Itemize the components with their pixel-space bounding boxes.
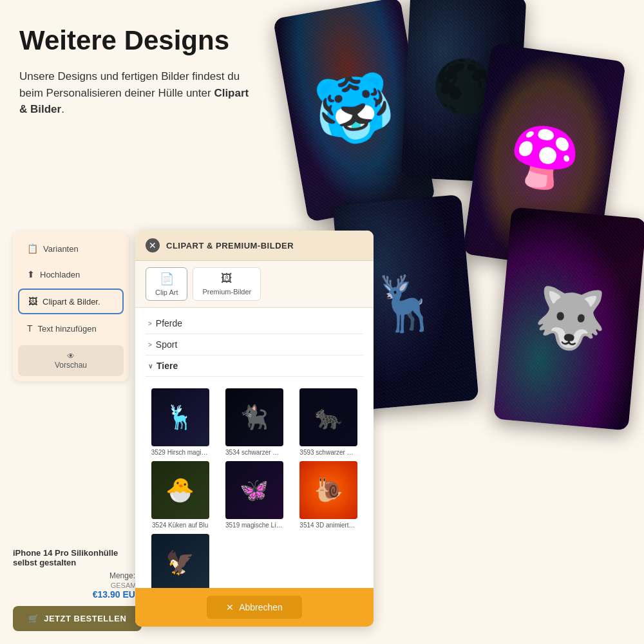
tiger-emoji: 🐯	[308, 65, 401, 154]
product-info: iPhone 14 Pro Silikonhülle selbst gestal…	[13, 548, 142, 631]
chevron-right-icon: >	[148, 320, 152, 327]
description-text-1: Unsere Designs und fertigen Bilder finde…	[19, 70, 240, 99]
thumb-snail	[299, 461, 357, 519]
grid-item-snail[interactable]: 3514 3D animierte Sc	[294, 461, 363, 529]
clipart-tab-icon: 📄	[160, 272, 174, 286]
product-title: iPhone 14 Pro Silikonhülle selbst gestal…	[13, 548, 142, 567]
chevron-down-icon: ∨	[148, 363, 153, 370]
order-button[interactable]: 🛒 JETZT BESTELLEN	[13, 606, 142, 631]
grid-item-panther2[interactable]: 3593 schwarzer Panth	[294, 388, 363, 456]
grid-item-chick[interactable]: 3524 Küken auf Blu	[146, 461, 214, 529]
preview-button[interactable]: 👁 Vorschau	[18, 345, 124, 376]
clipboard-icon: 📋	[27, 243, 38, 254]
wolf-emoji: 🐺	[531, 282, 609, 355]
thumb-bird	[151, 534, 209, 588]
grid-item-dragonfly[interactable]: 3519 magische Libel	[220, 461, 289, 529]
grid-item-bird[interactable]	[146, 534, 214, 588]
sidebar-btn-varianten[interactable]: 📋 Varianten	[18, 237, 124, 260]
chick-image-label: 3524 Küken auf Blu	[152, 522, 208, 529]
panther1-image-label: 3534 schwarzer Panth	[225, 449, 283, 456]
modal-footer: ✕ Abbrechen	[135, 588, 374, 627]
panther2-image-label: 3593 schwarzer Panth	[299, 449, 357, 456]
thumb-chick	[151, 461, 209, 519]
description-text-2: .	[61, 103, 64, 115]
varianten-label: Varianten	[43, 244, 79, 254]
modal-close-button[interactable]: ✕	[146, 238, 160, 252]
order-label: JETZT BESTELLEN	[44, 614, 126, 623]
hochladen-label: Hochladen	[40, 270, 80, 279]
category-pferde[interactable]: > Pferde	[146, 313, 363, 334]
premium-tab-label: Premium-Bilder	[202, 288, 251, 296]
category-tiere-label: Tiere	[156, 361, 178, 371]
modal-title: CLIPART & PREMIUM-BILDER	[166, 241, 294, 251]
modal-header: ✕ CLIPART & PREMIUM-BILDER	[135, 231, 374, 261]
grid-item-deer[interactable]: 3529 Hirsch magisch	[146, 388, 214, 456]
preview-label: Vorschau	[55, 361, 87, 370]
menge-row: Menge: 1	[13, 571, 142, 580]
chevron-right-sport-icon: >	[148, 341, 152, 348]
grid-item-panther1[interactable]: 3534 schwarzer Panth	[220, 388, 289, 456]
mushroom-emoji: 🍄	[504, 119, 585, 196]
cancel-icon: ✕	[226, 602, 234, 612]
modal-tabs: 📄 Clip Art 🖼 Premium-Bilder	[135, 261, 374, 308]
sidebar-panel: 📋 Varianten ⬆ Hochladen 🖼 Clipart & Bild…	[13, 232, 129, 381]
deer-emoji: 🦌	[369, 268, 442, 338]
image-icon: 🖼	[28, 296, 37, 307]
clipart-label: Clipart & Bilder.	[43, 297, 100, 307]
category-pferde-label: Pferde	[156, 318, 182, 328]
premium-tab-icon: 🖼	[221, 272, 232, 285]
dragonfly-image-label: 3519 magische Libel	[225, 522, 283, 529]
clipart-tab-label: Clip Art	[155, 289, 178, 296]
tab-premium[interactable]: 🖼 Premium-Bilder	[193, 267, 261, 301]
image-grid: 3529 Hirsch magisch 3534 schwarzer Panth…	[135, 382, 374, 588]
cart-icon: 🛒	[28, 614, 39, 623]
categories-list: > Pferde > Sport ∨ Tiere	[135, 308, 374, 382]
case-wolf: 🐺	[493, 207, 644, 430]
sidebar-btn-text[interactable]: T Text hinzufügen	[18, 317, 124, 340]
text-icon: T	[27, 323, 33, 334]
tab-clipart[interactable]: 📄 Clip Art	[146, 267, 187, 301]
category-sport[interactable]: > Sport	[146, 334, 363, 355]
close-icon: ✕	[149, 240, 156, 251]
eye-icon: 👁	[67, 352, 75, 361]
page-headline: Weitere Designs	[19, 26, 251, 55]
text-label: Text hinzufügen	[38, 324, 97, 334]
thumb-deer	[151, 388, 209, 446]
cancel-label: Abbrechen	[239, 602, 283, 612]
thumb-panther1	[225, 388, 283, 446]
upload-icon: ⬆	[27, 269, 35, 279]
thumb-panther2	[299, 388, 357, 446]
category-tiere[interactable]: ∨ Tiere	[146, 355, 363, 377]
menge-label: Menge:	[109, 571, 135, 580]
gesamt-row: GESAMT:	[13, 582, 142, 589]
sidebar-btn-hochladen[interactable]: ⬆ Hochladen	[18, 263, 124, 286]
price-display: €13.90 EUR	[13, 589, 142, 600]
snail-image-label: 3514 3D animierte Sc	[299, 522, 357, 529]
category-sport-label: Sport	[156, 339, 177, 350]
clipart-modal: ✕ CLIPART & PREMIUM-BILDER 📄 Clip Art 🖼 …	[135, 231, 374, 627]
deer-image-label: 3529 Hirsch magisch	[151, 449, 209, 456]
page-description: Unsere Designs und fertigen Bilder finde…	[19, 68, 251, 118]
cancel-button[interactable]: ✕ Abbrechen	[207, 596, 302, 619]
sidebar-btn-clipart[interactable]: 🖼 Clipart & Bilder.	[18, 289, 124, 314]
thumb-dragonfly	[225, 461, 283, 519]
